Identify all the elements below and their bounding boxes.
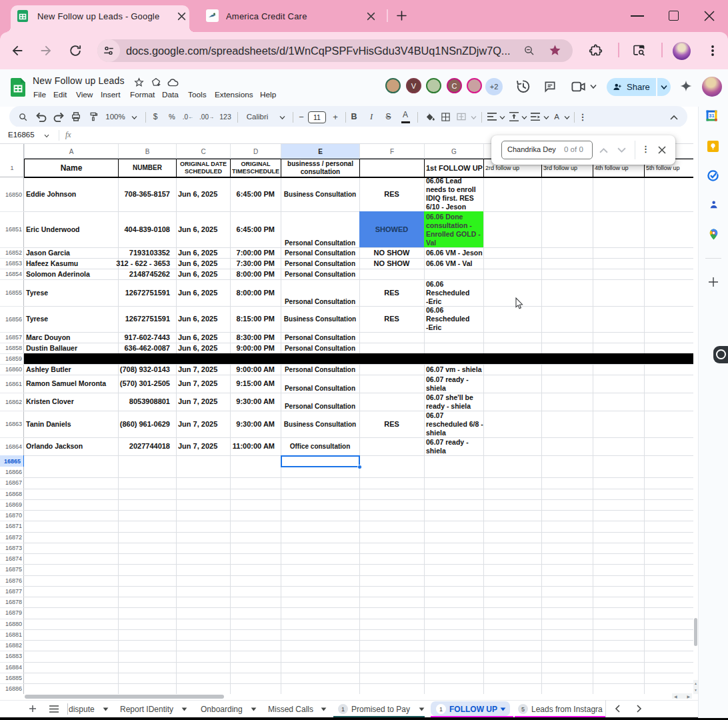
svg-text:31: 31 (709, 113, 714, 119)
